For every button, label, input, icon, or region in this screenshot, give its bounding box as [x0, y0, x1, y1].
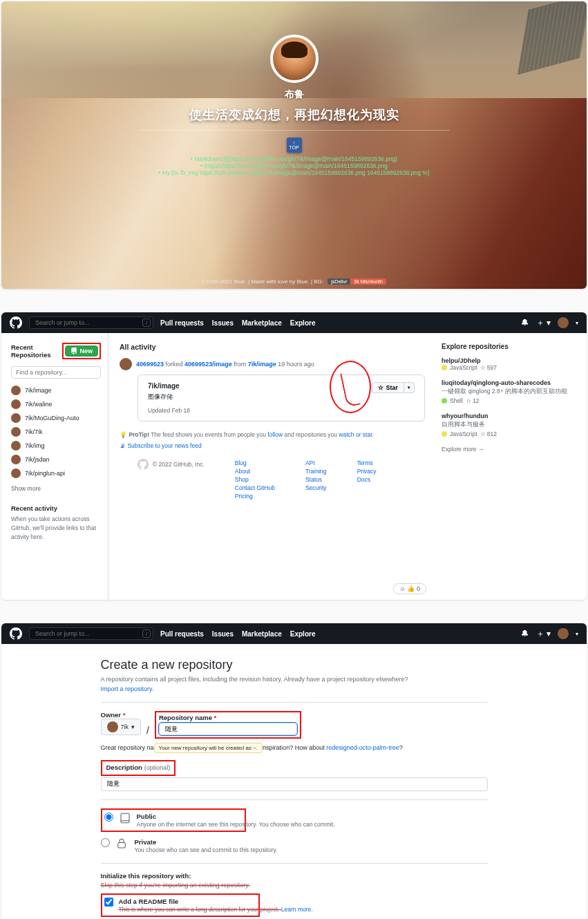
- explore-repo-link[interactable]: helpu/JDhelp: [442, 357, 481, 364]
- footer-link[interactable]: Pricing: [235, 492, 275, 500]
- find-repo-input[interactable]: [11, 366, 101, 379]
- footer-link[interactable]: Privacy: [357, 467, 377, 475]
- repo-link[interactable]: 7ik/jsdan: [25, 456, 50, 463]
- footer-link[interactable]: About: [235, 467, 275, 475]
- suggested-name-link[interactable]: redesigned-octo-palm-tree: [326, 744, 399, 751]
- footer-link[interactable]: Contact GitHub: [235, 484, 275, 492]
- add-readme-checkbox[interactable]: [104, 898, 113, 907]
- nav-explore[interactable]: Explore: [290, 630, 316, 638]
- header-avatar[interactable]: [558, 628, 569, 639]
- search-input[interactable]: [29, 316, 153, 329]
- explore-repo-link[interactable]: whyour/hundun: [442, 413, 489, 419]
- card-desc: 图像存储: [148, 392, 190, 401]
- repo-link[interactable]: 7ik/waline: [25, 401, 53, 408]
- event-user[interactable]: 40699523: [136, 361, 164, 368]
- github-create-repo: / Pull requests Issues Marketplace Explo…: [1, 623, 587, 919]
- desc-label: Description: [106, 764, 142, 771]
- star-dropdown[interactable]: ▾: [404, 382, 415, 393]
- footer-link[interactable]: Training: [305, 467, 327, 475]
- repo-item: 7ik/pinglun-api: [11, 467, 101, 481]
- footer-link[interactable]: Shop: [235, 475, 275, 484]
- feed-card: 7ik/image 图像存储 Updated Feb 18 ☆ Star ▾: [137, 375, 425, 421]
- search-input[interactable]: [29, 627, 153, 640]
- plus-icon[interactable]: ＋ ▾: [536, 317, 551, 329]
- nav-pull-requests[interactable]: Pull requests: [160, 319, 204, 327]
- explore-more-link[interactable]: Explore more →: [442, 446, 484, 453]
- protip-follow-link[interactable]: follow: [267, 431, 283, 438]
- creation-tip: Your new repository will be created as ~…: [154, 743, 263, 753]
- repo-link[interactable]: 7ik/img: [25, 442, 45, 449]
- explore-repo-link[interactable]: liuqitoday/qinglong-auto-sharecodes: [442, 379, 551, 386]
- event-src-repo[interactable]: 7ik/image: [248, 361, 276, 368]
- card-updated: Updated Feb 18: [148, 407, 190, 414]
- description-input[interactable]: [101, 777, 488, 791]
- explore-sidebar: Explore repositories helpu/JDhelp JavaSc…: [435, 333, 587, 600]
- footer-link[interactable]: Security: [305, 484, 327, 492]
- repo-avatar: [11, 427, 21, 437]
- hero-link-list: Markdown:![](https://cdn.jsdelivr.net/gh…: [1, 155, 587, 176]
- profile-avatar: [270, 35, 319, 83]
- repo-avatar: [11, 399, 21, 409]
- repo-item: 7ik/img: [11, 439, 101, 453]
- hero-link-markdown[interactable]: Markdown:![](https://cdn.jsdelivr.net/gh…: [1, 155, 587, 162]
- nav-issues[interactable]: Issues: [212, 630, 234, 638]
- nav-marketplace[interactable]: Marketplace: [242, 319, 282, 327]
- github-header: / Pull requests Issues Marketplace Explo…: [1, 623, 587, 644]
- visibility-private-radio[interactable]: [101, 838, 110, 847]
- new-repo-button[interactable]: New: [65, 345, 98, 357]
- lock-icon: [115, 837, 129, 850]
- explore-desc: 一键领取 qinglong 2.8+ 的脚本的内部互助功能: [442, 388, 573, 396]
- import-link[interactable]: Import a repository.: [101, 685, 154, 692]
- footer-link[interactable]: Blog: [235, 459, 275, 467]
- event-verb: forked: [166, 361, 183, 368]
- event-repo[interactable]: 40699523/image: [184, 361, 232, 368]
- repo-list: 7ik/image 7ik/waline 7ik/MoGuDing-Auto 7…: [11, 384, 101, 481]
- footer-link[interactable]: Docs: [357, 475, 377, 484]
- star-count: ☆ 812: [480, 430, 497, 437]
- hero-section: 布鲁 使生活变成幻想，再把幻想化为现实 ↑TOP Markdown:![](ht…: [1, 1, 587, 289]
- header-search[interactable]: /: [29, 627, 153, 640]
- nav-issues[interactable]: Issues: [212, 319, 234, 327]
- repo-link[interactable]: 7ik/7ik: [25, 428, 43, 435]
- repo-link[interactable]: 7ik/MoGuDing-Auto: [25, 415, 79, 421]
- nav-marketplace[interactable]: Marketplace: [242, 630, 282, 638]
- subscribe-link[interactable]: 📡︎ Subscribe to your news feed: [120, 442, 425, 449]
- avatar-caret-icon[interactable]: ▾: [576, 320, 578, 326]
- show-more-link[interactable]: Show more: [11, 485, 41, 492]
- footer-link[interactable]: API: [305, 459, 327, 467]
- footer-link[interactable]: Status: [305, 475, 327, 484]
- protip-watch-link[interactable]: watch or star: [339, 431, 372, 438]
- slash-separator: /: [146, 724, 149, 739]
- reponame-input[interactable]: [159, 723, 297, 735]
- visibility-public-radio[interactable]: [104, 813, 113, 822]
- learn-more-link[interactable]: Learn more.: [281, 906, 313, 913]
- hero-link-imgurl[interactable]: Imgurl:https://cdn.jsdelivr.net/gh/7ik/i…: [1, 162, 587, 169]
- recent-activity-heading: Recent activity: [11, 504, 101, 512]
- card-title[interactable]: 7ik/image: [148, 382, 190, 390]
- owner-select[interactable]: 7ik ▾: [101, 719, 142, 735]
- hero-link-my[interactable]: My:{% fb_img https://cdn.jsdelivr.net/gh…: [1, 169, 587, 176]
- hero-footer: ©2020-2021 Blue. | Made with love by Blu…: [1, 278, 587, 285]
- protip: 💡 ProTip! The feed shows you events from…: [120, 431, 425, 438]
- footer-link[interactable]: Terms: [357, 459, 377, 467]
- feedback-pill[interactable]: ☺ 👍 0: [393, 583, 426, 594]
- svg-rect-0: [121, 813, 129, 823]
- explore-item: helpu/JDhelp JavaScript☆ 597: [442, 357, 573, 371]
- upload-icon[interactable]: ↑TOP: [287, 138, 302, 153]
- repo-link[interactable]: 7ik/image: [25, 387, 52, 394]
- nav-explore[interactable]: Explore: [290, 319, 316, 327]
- avatar-caret-icon[interactable]: ▾: [576, 631, 578, 637]
- plus-icon[interactable]: ＋ ▾: [536, 628, 551, 640]
- star-button[interactable]: ☆ Star: [372, 382, 404, 393]
- bell-icon[interactable]: 🔔︎: [521, 318, 529, 328]
- explore-heading: Explore repositories: [442, 343, 573, 350]
- header-search[interactable]: /: [29, 316, 153, 329]
- explore-item: whyour/hundun 自用脚本与服务 JavaScript☆ 812: [442, 413, 573, 437]
- nav-pull-requests[interactable]: Pull requests: [160, 630, 204, 638]
- header-avatar[interactable]: [558, 317, 569, 328]
- repo-link[interactable]: 7ik/pinglun-api: [25, 470, 65, 477]
- github-logo-icon[interactable]: [10, 627, 22, 640]
- github-logo-icon[interactable]: [10, 316, 22, 329]
- feedback-count: 0: [417, 585, 420, 592]
- bell-icon[interactable]: 🔔︎: [521, 629, 529, 638]
